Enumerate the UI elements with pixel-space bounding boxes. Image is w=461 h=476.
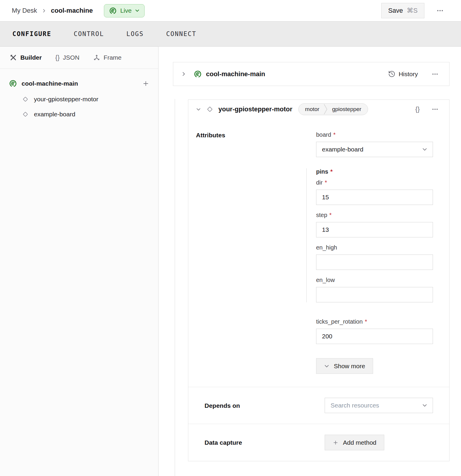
dir-field-label: dir bbox=[316, 179, 323, 186]
badge-divider-chevron bbox=[323, 103, 328, 115]
sidebar-view-tabs: Builder {} JSON Frame bbox=[0, 47, 158, 69]
machine-part-title: cool-machine-main bbox=[206, 70, 265, 78]
attributes-section-label: Attributes bbox=[196, 131, 316, 374]
en-low-input[interactable] bbox=[316, 287, 433, 302]
dir-input[interactable] bbox=[316, 190, 433, 205]
required-marker: * bbox=[325, 179, 327, 186]
component-type-badge: motor gpiostepper bbox=[298, 103, 368, 115]
component-card-gpiostepper: your-gpiostepper-motor motor gpiostepper… bbox=[188, 100, 449, 461]
resource-tree: cool-machine-main your-gpiostepper-motor… bbox=[0, 69, 158, 118]
configure-sidebar: Builder {} JSON Frame co bbox=[0, 47, 158, 476]
depends-on-select[interactable]: Search resources bbox=[325, 398, 433, 413]
view-tab-frame-label: Frame bbox=[104, 54, 122, 61]
live-machine-icon bbox=[109, 7, 117, 15]
chevron-down-icon bbox=[422, 147, 427, 152]
tree-item-example-board[interactable]: example-board bbox=[22, 111, 149, 118]
pins-group: pins * dir * step bbox=[306, 168, 433, 302]
badge-type-label: motor bbox=[299, 106, 324, 113]
add-method-label: Add method bbox=[343, 439, 376, 446]
tree-connector-line bbox=[175, 99, 175, 476]
breadcrumb: My Desk cool-machine bbox=[12, 7, 93, 14]
step-field-label: step bbox=[316, 212, 327, 219]
step-input[interactable] bbox=[316, 222, 433, 237]
part-more-menu-button[interactable] bbox=[430, 69, 440, 79]
header-actions: Save ⌘S bbox=[381, 3, 446, 18]
badge-model-label: gpiostepper bbox=[328, 106, 368, 113]
data-capture-section-label: Data capture bbox=[205, 439, 325, 446]
live-status-dropdown[interactable]: Live bbox=[104, 4, 145, 17]
pins-group-label: pins bbox=[316, 168, 328, 175]
component-card-header: your-gpiostepper-motor motor gpiostepper… bbox=[188, 100, 449, 119]
en-low-field: en_low bbox=[316, 277, 433, 302]
history-label: History bbox=[399, 71, 418, 78]
tree-item-machine-part[interactable]: cool-machine-main bbox=[9, 79, 149, 88]
show-more-label: Show more bbox=[334, 363, 365, 370]
breadcrumb-root[interactable]: My Desk bbox=[12, 7, 37, 14]
app-header: My Desk cool-machine Live Save ⌘S bbox=[0, 0, 461, 21]
attributes-fields: board * example-board pins * bbox=[316, 131, 433, 374]
ellipsis-icon bbox=[431, 105, 439, 113]
depends-on-section: Depends on Search resources bbox=[188, 387, 449, 424]
tab-configure[interactable]: CONFIGURE bbox=[12, 30, 51, 38]
component-diamond-icon bbox=[22, 111, 29, 118]
required-marker: * bbox=[329, 212, 332, 219]
add-method-button[interactable]: Add method bbox=[325, 435, 384, 450]
required-marker: * bbox=[365, 318, 367, 325]
view-tab-json-label: JSON bbox=[63, 54, 79, 61]
history-button[interactable]: History bbox=[388, 70, 418, 78]
show-more-button[interactable]: Show more bbox=[316, 358, 373, 374]
machine-tabbar: CONFIGURE CONTROL LOGS CONNECT bbox=[0, 21, 461, 47]
configure-main-pane: cool-machine-main History bbox=[158, 47, 461, 476]
header-more-menu-button[interactable] bbox=[434, 5, 446, 16]
history-icon bbox=[388, 70, 395, 78]
chevron-down-icon bbox=[422, 403, 427, 408]
tab-control[interactable]: CONTROL bbox=[74, 30, 104, 38]
edit-json-icon[interactable]: {} bbox=[415, 105, 420, 113]
view-tab-builder[interactable]: Builder bbox=[9, 54, 42, 61]
en-low-field-label: en_low bbox=[316, 277, 335, 283]
collapse-chevron-down-icon[interactable] bbox=[196, 107, 201, 112]
required-marker: * bbox=[330, 168, 333, 175]
chevron-down-icon bbox=[324, 363, 329, 369]
machine-part-icon bbox=[194, 70, 202, 78]
component-diamond-icon bbox=[22, 96, 29, 103]
ellipsis-icon bbox=[431, 70, 439, 78]
board-select-value: example-board bbox=[322, 146, 363, 153]
component-title: your-gpiostepper-motor bbox=[218, 105, 292, 113]
dir-field: dir * bbox=[316, 179, 433, 205]
ticks-per-rotation-input[interactable] bbox=[316, 329, 433, 344]
board-field: board * example-board bbox=[316, 131, 433, 157]
frame-axes-icon bbox=[93, 54, 100, 61]
component-more-menu-button[interactable] bbox=[430, 104, 440, 115]
view-tab-frame[interactable]: Frame bbox=[93, 54, 122, 61]
step-field: step * bbox=[316, 212, 433, 237]
tree-item-machine-part-label: cool-machine-main bbox=[22, 80, 138, 87]
live-status-label: Live bbox=[120, 7, 132, 14]
save-button[interactable]: Save ⌘S bbox=[381, 3, 424, 18]
ticks-per-rotation-field: ticks_per_rotation * bbox=[316, 318, 433, 344]
en-high-input[interactable] bbox=[316, 255, 433, 270]
data-capture-section: Data capture Add method bbox=[188, 424, 449, 461]
depends-on-placeholder: Search resources bbox=[331, 402, 379, 409]
component-diamond-icon bbox=[206, 105, 214, 113]
ellipsis-icon bbox=[436, 6, 444, 15]
view-tab-json[interactable]: {} JSON bbox=[55, 54, 79, 61]
depends-on-section-label: Depends on bbox=[205, 402, 325, 409]
tab-logs[interactable]: LOGS bbox=[126, 30, 144, 38]
builder-tools-icon bbox=[9, 54, 17, 61]
tab-connect[interactable]: CONNECT bbox=[166, 30, 197, 38]
breadcrumb-current: cool-machine bbox=[51, 7, 93, 14]
ticks-per-rotation-label: ticks_per_rotation bbox=[316, 318, 363, 325]
chevron-down-icon bbox=[135, 8, 140, 13]
tree-item-gpiostepper-motor-label: your-gpiostepper-motor bbox=[34, 96, 98, 103]
tree-item-gpiostepper-motor[interactable]: your-gpiostepper-motor bbox=[22, 96, 149, 103]
en-high-field: en_high bbox=[316, 244, 433, 270]
add-resource-icon[interactable] bbox=[142, 80, 149, 87]
tree-item-example-board-label: example-board bbox=[34, 111, 75, 118]
board-select[interactable]: example-board bbox=[316, 142, 433, 157]
machine-part-card: cool-machine-main History bbox=[173, 62, 449, 86]
save-label: Save bbox=[388, 7, 403, 14]
expand-chevron-right-icon[interactable] bbox=[181, 71, 186, 76]
plus-icon bbox=[333, 440, 339, 446]
json-braces-icon: {} bbox=[55, 54, 60, 61]
